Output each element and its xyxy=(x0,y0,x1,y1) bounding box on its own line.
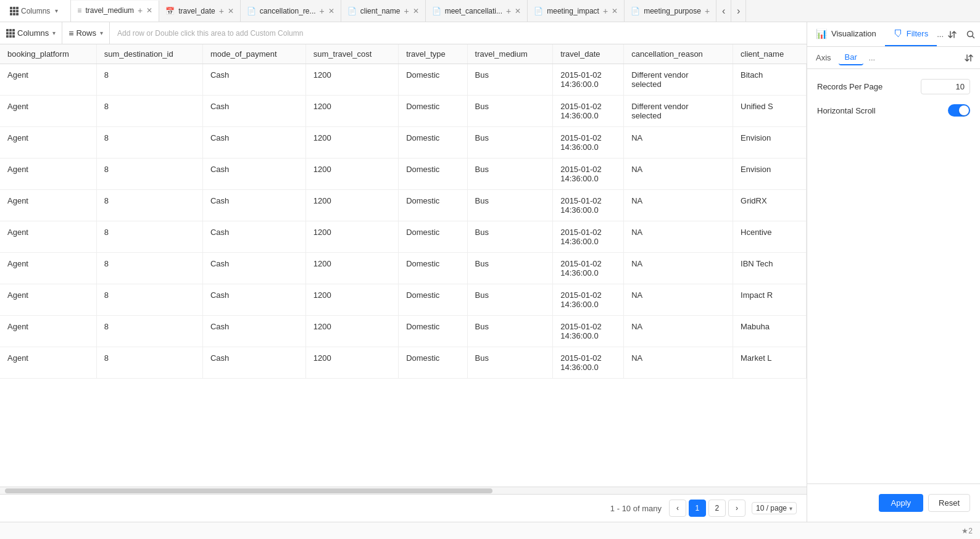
tab-meet-cancellati[interactable]: 📄 meet_cancellati... + ✕ xyxy=(426,0,528,22)
tab-next-btn[interactable]: › xyxy=(731,0,746,22)
cell-sum_travel_cost: 1200 xyxy=(305,64,398,96)
search-icon-btn[interactable] xyxy=(962,26,979,43)
tab-meeting-purpose-close[interactable]: + xyxy=(705,7,710,15)
columns-pill[interactable]: Columns ▾ xyxy=(0,0,71,22)
records-per-page-input[interactable] xyxy=(921,79,970,94)
tab-travel-medium-close[interactable]: + xyxy=(138,6,143,15)
cell-sum_destination_id: 8 xyxy=(96,221,202,253)
columns-grid-icon xyxy=(10,7,19,15)
tab-meeting-purpose[interactable]: 📄 meeting_purpose + xyxy=(625,0,716,22)
cell-client_name: IBN Tech xyxy=(733,253,807,284)
pagination-prev-btn[interactable]: ‹ xyxy=(669,500,686,517)
tab-prev-btn[interactable]: ‹ xyxy=(716,0,731,22)
tab-client-name[interactable]: 📄 client_name + ✕ xyxy=(341,0,426,22)
columns-dropdown-arrow: ▾ xyxy=(55,7,58,14)
cell-travel_date: 2015-01-02 14:36:00.0 xyxy=(553,253,624,284)
controls-bar: Columns ▾ ≡ Rows ▾ Add row or Double cli… xyxy=(0,22,807,44)
per-page-select[interactable]: 10 / page ▾ xyxy=(752,502,797,514)
col-travel-date[interactable]: travel_date xyxy=(553,44,624,64)
rows-control[interactable]: ≡ Rows ▾ xyxy=(62,22,110,44)
subtab-more-btn[interactable]: ... xyxy=(865,53,879,62)
main-layout: Columns ▾ ≡ Rows ▾ Add row or Double cli… xyxy=(0,22,980,522)
tab-meeting-impact-icon: 📄 xyxy=(534,7,543,15)
cell-travel_date: 2015-01-02 14:36:00.0 xyxy=(553,284,624,316)
cell-mode_of_payment: Cash xyxy=(202,347,305,379)
cell-travel_medium: Bus xyxy=(467,127,553,158)
tab-visualization[interactable]: 📊 Visualization xyxy=(807,22,885,46)
data-table-container[interactable]: booking_platform sum_destination_id mode… xyxy=(0,44,807,487)
config-section: Records Per Page Horizontal Scroll xyxy=(807,69,980,136)
reset-button[interactable]: Reset xyxy=(928,494,970,512)
sort-arrows-icon xyxy=(947,30,957,39)
right-tab-more-label: ... xyxy=(937,30,944,39)
cell-client_name: Envision xyxy=(733,127,807,158)
horizontal-scrollbar-thumb[interactable] xyxy=(5,488,492,493)
cell-cancellation_reason: NA xyxy=(624,284,733,316)
col-travel-type[interactable]: travel_type xyxy=(399,44,467,64)
tab-meeting-impact-x[interactable]: ✕ xyxy=(612,7,618,15)
cell-sum_destination_id: 8 xyxy=(96,64,202,96)
cell-travel_date: 2015-01-02 14:36:00.0 xyxy=(553,127,624,158)
pagination-next-btn[interactable]: › xyxy=(728,500,745,517)
apply-button[interactable]: Apply xyxy=(879,494,924,512)
tab-bar: Columns ▾ ≡ travel_medium + ✕ 📅 travel_d… xyxy=(0,0,980,22)
add-row-hint[interactable]: Add row or Double click this area to add… xyxy=(110,29,807,38)
subtab-axis-label: Axis xyxy=(816,53,831,62)
tab-travel-date-x[interactable]: ✕ xyxy=(228,7,234,15)
toggle-thumb xyxy=(959,105,969,115)
col-travel-medium[interactable]: travel_medium xyxy=(467,44,553,64)
filters-subtabs: Axis Bar ... xyxy=(807,47,980,69)
cell-sum_travel_cost: 1200 xyxy=(305,190,398,221)
cell-client_name: Mabuha xyxy=(733,316,807,347)
tab-meet-cancellati-close[interactable]: + xyxy=(506,7,511,15)
sort-icon-btn[interactable] xyxy=(944,26,961,43)
cell-sum_destination_id: 8 xyxy=(96,158,202,190)
rows-lines-icon: ≡ xyxy=(69,28,73,38)
cell-travel_type: Domestic xyxy=(399,316,467,347)
columns-control-icon xyxy=(6,29,15,38)
col-mode-of-payment[interactable]: mode_of_payment xyxy=(202,44,305,64)
pagination-page-2-btn[interactable]: 2 xyxy=(708,500,726,517)
cell-booking_platform: Agent xyxy=(0,64,96,96)
cell-travel_medium: Bus xyxy=(467,253,553,284)
subtab-bar[interactable]: Bar xyxy=(839,50,863,65)
col-client-name[interactable]: client_name xyxy=(733,44,807,64)
cell-client_name: GridRX xyxy=(733,190,807,221)
tab-travel-date[interactable]: 📅 travel_date + ✕ xyxy=(159,0,241,22)
subtab-more-label: ... xyxy=(868,53,875,62)
pagination-page-1-btn[interactable]: 1 xyxy=(689,500,706,517)
tab-cancellation-re-x[interactable]: ✕ xyxy=(328,7,334,15)
columns-control[interactable]: Columns ▾ xyxy=(0,22,62,44)
tab-meet-cancellati-x[interactable]: ✕ xyxy=(515,7,521,15)
right-tab-more-btn[interactable]: ... xyxy=(937,22,944,46)
col-booking-platform[interactable]: booking_platform xyxy=(0,44,96,64)
tab-meeting-impact[interactable]: 📄 meeting_impact + ✕ xyxy=(528,0,625,22)
tab-client-name-close[interactable]: + xyxy=(404,7,409,15)
subtab-axis[interactable]: Axis xyxy=(810,51,837,65)
tab-filters[interactable]: ⛉ Filters xyxy=(885,22,937,46)
cell-booking_platform: Agent xyxy=(0,190,96,221)
col-cancellation-reason[interactable]: cancellation_reason xyxy=(624,44,733,64)
table-row: Agent8Cash1200DomesticBus2015-01-02 14:3… xyxy=(0,253,807,284)
tab-travel-medium[interactable]: ≡ travel_medium + ✕ xyxy=(71,1,159,22)
col-sum-travel-cost[interactable]: sum_travel_cost xyxy=(305,44,398,64)
tab-travel-medium-x[interactable]: ✕ xyxy=(146,6,152,15)
cell-sum_destination_id: 8 xyxy=(96,127,202,158)
cell-sum_travel_cost: 1200 xyxy=(305,316,398,347)
cell-mode_of_payment: Cash xyxy=(202,64,305,96)
table-row: Agent8Cash1200DomesticBus2015-01-02 14:3… xyxy=(0,347,807,379)
tab-cancellation-re[interactable]: 📄 cancellation_re... + ✕ xyxy=(241,0,341,22)
horizontal-scroll-toggle[interactable] xyxy=(948,104,970,117)
tab-travel-date-close[interactable]: + xyxy=(219,7,224,15)
tab-meeting-impact-close[interactable]: + xyxy=(603,7,608,15)
per-page-arrow: ▾ xyxy=(789,505,792,512)
cell-travel_type: Domestic xyxy=(399,347,467,379)
col-sum-destination-id[interactable]: sum_destination_id xyxy=(96,44,202,64)
cell-sum_travel_cost: 1200 xyxy=(305,96,398,127)
subtab-bar-label: Bar xyxy=(845,52,857,62)
table-row: Agent8Cash1200DomesticBus2015-01-02 14:3… xyxy=(0,96,807,127)
tab-cancellation-re-close[interactable]: + xyxy=(320,7,325,15)
tab-client-name-x[interactable]: ✕ xyxy=(413,7,419,15)
horizontal-scrollbar[interactable] xyxy=(0,487,807,494)
filter-sort-btn[interactable] xyxy=(960,52,978,64)
